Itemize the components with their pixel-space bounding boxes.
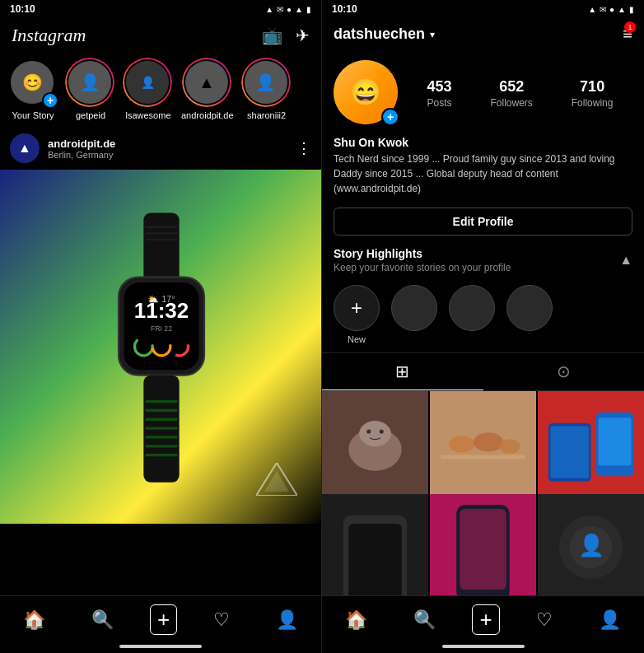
photo-cell-6[interactable]: 👤 bbox=[538, 494, 644, 595]
left-app-header: Instagram 📺 ✈ bbox=[0, 18, 321, 53]
r-nav-profile-btn[interactable]: 👤 bbox=[589, 606, 631, 634]
story-item-getpeid[interactable]: 👤 getpeid bbox=[66, 59, 115, 120]
r-wifi-icon: ▲ bbox=[618, 5, 626, 14]
nav-heart-btn[interactable]: ♡ bbox=[203, 606, 240, 634]
your-story-label: Your Story bbox=[12, 110, 54, 120]
svg-rect-17 bbox=[145, 436, 177, 438]
profile-stats-row: 😄 + 453 Posts 652 Followers 710 Followin… bbox=[322, 50, 644, 133]
svg-rect-19 bbox=[145, 454, 177, 456]
profile-header-bar: datshuechen ▾ ≡ 1 bbox=[322, 18, 644, 50]
tab-grid[interactable]: ⊞ bbox=[322, 353, 483, 390]
feed-avatar-logo: ▲ bbox=[18, 141, 31, 156]
r-nav-add-btn[interactable]: + bbox=[472, 604, 499, 635]
highlights-title-wrap: Story Highlights Keep your favorite stor… bbox=[334, 247, 511, 273]
highlight-1[interactable] bbox=[391, 285, 437, 334]
highlight-3-circle[interactable] bbox=[506, 285, 553, 331]
chevron-down-icon[interactable]: ▾ bbox=[430, 29, 435, 40]
highlight-2[interactable] bbox=[449, 285, 495, 334]
watermark-logo bbox=[256, 463, 297, 499]
left-status-bar: 10:10 ▲ ✉ ● ▲ ▮ bbox=[0, 0, 321, 18]
profile-avatar-wrap: 😄 + bbox=[334, 60, 399, 126]
svg-rect-14 bbox=[145, 409, 177, 412]
r-nav-home-btn[interactable]: 🏠 bbox=[335, 606, 377, 634]
profile-username-row: datshuechen ▾ bbox=[334, 26, 435, 43]
r-nav-heart-btn[interactable]: ♡ bbox=[526, 606, 562, 634]
followers-count: 652 bbox=[499, 78, 524, 96]
r-mail-icon: ✉ bbox=[600, 5, 606, 14]
getpeid-label: getpeid bbox=[76, 110, 105, 120]
photo-cell-4[interactable] bbox=[322, 494, 428, 595]
left-bottom-nav: 🏠 🔍 + ♡ 👤 bbox=[0, 595, 321, 641]
svg-point-25 bbox=[366, 429, 371, 433]
right-home-indicator bbox=[322, 641, 644, 653]
your-story-add-btn[interactable]: + bbox=[42, 92, 58, 109]
edit-profile-button[interactable]: Edit Profile bbox=[334, 208, 632, 236]
highlight-3[interactable] bbox=[506, 285, 553, 334]
left-status-icons: ▲ ✉ ● ▲ ▮ bbox=[265, 5, 311, 14]
profile-username: datshuechen bbox=[334, 26, 425, 43]
stories-row: 😊 + Your Story 👤 getpeid 👤 bbox=[0, 53, 321, 127]
stat-following[interactable]: 710 Following bbox=[572, 78, 614, 109]
photo-1-svg bbox=[322, 391, 428, 497]
highlight-new[interactable]: + New bbox=[334, 285, 380, 344]
story-highlights-section: Story Highlights Keep your favorite stor… bbox=[322, 240, 644, 277]
svg-rect-2 bbox=[145, 232, 177, 234]
r-battery-icon: ▮ bbox=[629, 5, 634, 14]
nav-profile-btn[interactable]: 👤 bbox=[266, 606, 308, 634]
hamburger-wrap[interactable]: ≡ 1 bbox=[623, 25, 632, 44]
story-item-your-story[interactable]: 😊 + Your Story bbox=[8, 59, 58, 120]
svg-rect-16 bbox=[145, 427, 177, 430]
instagram-logo: Instagram bbox=[12, 25, 86, 46]
right-phone-panel: 10:10 ▲ ✉ ● ▲ ▮ datshuechen ▾ ≡ 1 😄 + bbox=[322, 0, 644, 653]
r-signal-icon: ● bbox=[609, 5, 614, 14]
story-item-sharoniii2[interactable]: 👤 sharoniii2 bbox=[242, 59, 292, 120]
igtv-icon[interactable]: 📺 bbox=[262, 26, 282, 45]
svg-rect-1 bbox=[145, 226, 177, 228]
following-label: Following bbox=[572, 97, 614, 109]
svg-point-29 bbox=[449, 436, 474, 453]
left-home-indicator bbox=[0, 641, 321, 653]
story-item-androidpit[interactable]: ▲ androidpit.de bbox=[181, 59, 234, 120]
svg-rect-42 bbox=[460, 509, 506, 590]
sharoniii2-avatar-wrap: 👤 bbox=[243, 59, 291, 107]
profile-avatar-add-btn[interactable]: + bbox=[381, 108, 399, 126]
svg-rect-18 bbox=[145, 445, 177, 447]
photo-cell-2[interactable] bbox=[430, 391, 536, 497]
right-home-bar bbox=[442, 645, 525, 648]
nav-add-btn[interactable]: + bbox=[150, 604, 177, 635]
story-item-lsawesome[interactable]: 👤 lsawesome bbox=[124, 59, 173, 120]
highlight-2-circle[interactable] bbox=[449, 285, 495, 331]
profile-description: Tech Nerd since 1999 ... Proud family gu… bbox=[334, 152, 632, 196]
your-story-avatar-wrap: 😊 + bbox=[9, 59, 57, 107]
stat-followers[interactable]: 652 Followers bbox=[490, 78, 532, 109]
highlight-new-circle[interactable]: + bbox=[334, 285, 380, 331]
highlights-row: + New bbox=[322, 277, 644, 352]
stats-group: 453 Posts 652 Followers 710 Following bbox=[408, 78, 632, 109]
nav-search-btn[interactable]: 🔍 bbox=[82, 606, 124, 634]
tab-tagged[interactable]: ⊙ bbox=[483, 353, 645, 390]
stat-posts[interactable]: 453 Posts bbox=[427, 78, 451, 109]
photo-grid: 👤 bbox=[322, 391, 644, 595]
photo-2-svg bbox=[430, 391, 536, 497]
lsawesome-label: lsawesome bbox=[125, 110, 170, 120]
feed-username: androidpit.de bbox=[48, 138, 288, 150]
feed-location: Berlin, Germany bbox=[48, 150, 288, 160]
feed-more-btn[interactable]: ⋮ bbox=[296, 139, 311, 157]
lsawesome-avatar-wrap: 👤 bbox=[124, 59, 172, 107]
battery-icon: ▮ bbox=[306, 5, 311, 14]
highlight-1-circle[interactable] bbox=[391, 285, 437, 331]
header-icons: 📺 ✈ bbox=[262, 26, 310, 45]
r-nav-search-btn[interactable]: 🔍 bbox=[404, 606, 446, 634]
send-icon[interactable]: ✈ bbox=[296, 26, 310, 45]
wifi-icon: ▲ bbox=[295, 5, 303, 14]
photo-cell-5[interactable] bbox=[430, 494, 536, 595]
svg-rect-36 bbox=[550, 427, 588, 478]
svg-rect-15 bbox=[145, 418, 177, 421]
svg-point-30 bbox=[474, 432, 503, 451]
photo-cell-1[interactable] bbox=[322, 391, 428, 497]
highlights-collapse-icon[interactable]: ▲ bbox=[619, 253, 632, 268]
nav-home-btn[interactable]: 🏠 bbox=[13, 606, 55, 634]
profile-tabs: ⊞ ⊙ bbox=[322, 352, 644, 391]
profile-display-name: Shu On Kwok bbox=[334, 136, 632, 149]
photo-cell-3[interactable] bbox=[538, 391, 644, 497]
